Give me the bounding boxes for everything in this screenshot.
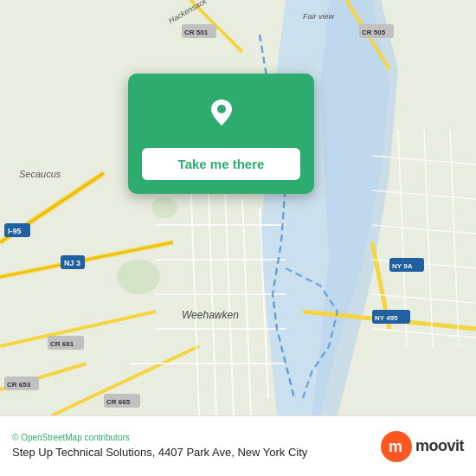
moovit-icon: m [381, 431, 412, 462]
svg-text:CR 665: CR 665 [106, 398, 131, 406]
svg-text:Weehawken: Weehawken [182, 309, 239, 321]
moovit-logo: m moovit [381, 431, 464, 462]
navigation-popup: Take me there [128, 74, 314, 194]
svg-text:m: m [389, 438, 402, 455]
svg-text:CR 501: CR 501 [184, 29, 209, 36]
moovit-label: moovit [415, 437, 464, 455]
location-info: © OpenStreetMap contributors Step Up Tec… [12, 433, 381, 460]
bottom-bar: © OpenStreetMap contributors Step Up Tec… [0, 415, 476, 476]
map-attribution: © OpenStreetMap contributors [12, 433, 381, 442]
take-me-there-button[interactable]: Take me there [142, 148, 300, 180]
svg-text:CR 681: CR 681 [50, 340, 74, 348]
location-name: Step Up Technical Solutions, 4407 Park A… [12, 446, 381, 460]
svg-point-57 [151, 197, 177, 218]
svg-text:I-95: I-95 [8, 227, 22, 235]
svg-text:Secaucus: Secaucus [19, 169, 61, 179]
svg-text:NJ 3: NJ 3 [64, 259, 80, 267]
svg-text:CR 653: CR 653 [7, 381, 31, 389]
svg-text:NY 495: NY 495 [375, 314, 398, 322]
svg-point-59 [217, 105, 226, 113]
location-pin-icon [198, 89, 245, 136]
svg-text:NY 9A: NY 9A [392, 262, 413, 270]
svg-rect-0 [0, 0, 476, 415]
map-container[interactable]: I-95 NJ 3 CR 501 CR 505 CR 681 CR 653 CR… [0, 0, 476, 415]
svg-text:CR 505: CR 505 [362, 29, 386, 36]
svg-text:Fair view: Fair view [303, 12, 335, 21]
map-svg: I-95 NJ 3 CR 501 CR 505 CR 681 CR 653 CR… [0, 0, 476, 415]
osm-link[interactable]: © OpenStreetMap [12, 433, 82, 442]
svg-point-56 [117, 260, 160, 294]
